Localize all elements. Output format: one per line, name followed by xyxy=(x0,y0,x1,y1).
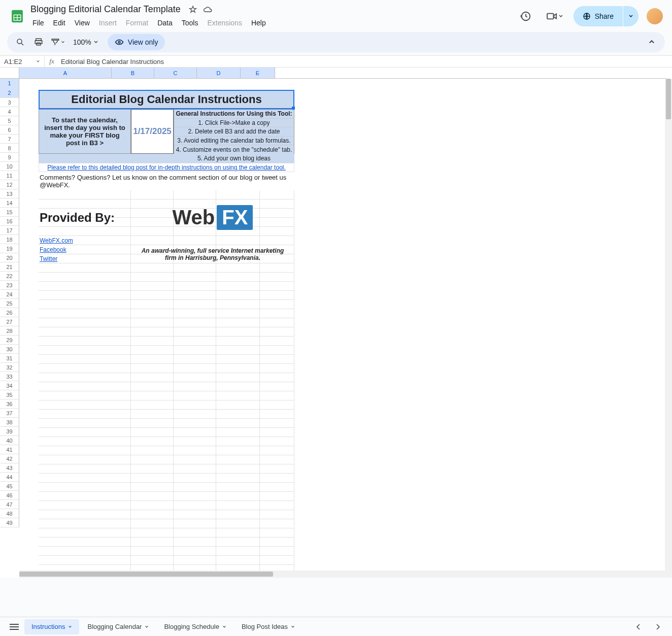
row-header-8[interactable]: 8 xyxy=(0,144,19,153)
menu-help[interactable]: Help xyxy=(247,17,270,29)
row-header-7[interactable]: 7 xyxy=(0,135,19,144)
row-header-23[interactable]: 23 xyxy=(0,281,19,290)
menu-edit[interactable]: Edit xyxy=(49,17,70,29)
menu-file[interactable]: File xyxy=(28,17,48,29)
cell-link-twitter[interactable]: Twitter xyxy=(39,254,131,263)
cell-title[interactable]: Editorial Blog Calendar Instructions xyxy=(39,90,294,109)
collapse-toolbar-icon[interactable] xyxy=(644,34,660,50)
row-header-12[interactable]: 12 xyxy=(0,180,19,189)
document-title[interactable]: Blogging Editorial Calendar Template xyxy=(28,3,183,16)
column-header-E[interactable]: E xyxy=(241,68,275,79)
column-header-C[interactable]: C xyxy=(154,68,197,79)
cloud-icon[interactable] xyxy=(203,5,213,15)
row-header-34[interactable]: 34 xyxy=(0,381,19,390)
row-header-31[interactable]: 31 xyxy=(0,354,19,363)
row-header-39[interactable]: 39 xyxy=(0,427,19,436)
formula-bar[interactable]: Editorial Blog Calendar Instructions xyxy=(59,58,164,65)
cell-link-webfx[interactable]: WebFX.com xyxy=(39,236,131,245)
cell-detail-link[interactable]: Please refer to this detailed blog post … xyxy=(39,163,294,172)
row-header-16[interactable]: 16 xyxy=(0,217,19,226)
row-header-1[interactable]: 1 xyxy=(0,79,19,88)
row-header-10[interactable]: 10 xyxy=(0,162,19,171)
cell-comments[interactable]: Comments? Questions? Let us know on the … xyxy=(39,172,294,190)
row-header-5[interactable]: 5 xyxy=(0,116,19,125)
row-header-48[interactable]: 48 xyxy=(0,509,19,518)
print-icon[interactable] xyxy=(30,34,47,50)
row-header-25[interactable]: 25 xyxy=(0,299,19,308)
row-header-6[interactable]: 6 xyxy=(0,125,19,135)
row-header-24[interactable]: 24 xyxy=(0,290,19,299)
row-header-30[interactable]: 30 xyxy=(0,345,19,354)
sheet-tab-instructions[interactable]: Instructions xyxy=(24,619,79,634)
row-header-13[interactable]: 13 xyxy=(0,189,19,198)
search-icon[interactable] xyxy=(12,34,28,50)
sheet-tab-blogging-calendar[interactable]: Blogging Calendar xyxy=(80,619,156,634)
horizontal-scrollbar[interactable] xyxy=(19,571,665,578)
star-icon[interactable] xyxy=(188,5,198,15)
row-header-29[interactable]: 29 xyxy=(0,336,19,345)
zoom-select[interactable]: 100% xyxy=(69,38,103,46)
row-header-40[interactable]: 40 xyxy=(0,436,19,445)
share-button[interactable]: Share xyxy=(574,6,623,26)
cell-provided-by[interactable]: Provided By: xyxy=(39,199,131,236)
row-header-9[interactable]: 9 xyxy=(0,153,19,162)
row-header-11[interactable]: 11 xyxy=(0,171,19,180)
sheet-nav-left[interactable] xyxy=(629,619,648,634)
row-header-3[interactable]: 3 xyxy=(0,98,19,107)
sheet-nav-right[interactable] xyxy=(649,619,667,634)
row-header-32[interactable]: 32 xyxy=(0,363,19,372)
menu-view[interactable]: View xyxy=(71,17,94,29)
cell-start-instruction[interactable]: To start the calendar, insert the day yo… xyxy=(39,109,131,154)
row-header-21[interactable]: 21 xyxy=(0,262,19,272)
row-header-41[interactable]: 41 xyxy=(0,445,19,454)
menu-data[interactable]: Data xyxy=(153,17,177,29)
spreadsheet-grid[interactable]: ABCDE 1234567891011121314151617181920212… xyxy=(0,68,672,578)
name-box[interactable]: A1:E2 xyxy=(0,56,45,67)
row-header-44[interactable]: 44 xyxy=(0,473,19,482)
row-header-35[interactable]: 35 xyxy=(0,390,19,399)
cell-general-instructions[interactable]: General Instructions for Using this Tool… xyxy=(174,109,294,154)
row-header-28[interactable]: 28 xyxy=(0,326,19,336)
menu-tools[interactable]: Tools xyxy=(178,17,203,29)
row-header-36[interactable]: 36 xyxy=(0,399,19,409)
meet-button[interactable] xyxy=(542,6,567,26)
row-header-20[interactable]: 20 xyxy=(0,253,19,262)
share-dropdown[interactable] xyxy=(623,6,639,26)
cell-date[interactable]: 1/17/2025 xyxy=(131,109,174,154)
row-header-17[interactable]: 17 xyxy=(0,226,19,235)
row-header-4[interactable]: 4 xyxy=(0,107,19,116)
row-header-15[interactable]: 15 xyxy=(0,208,19,217)
cell-logo[interactable]: WebFX xyxy=(131,199,294,236)
vertical-scrollbar[interactable] xyxy=(665,79,672,578)
row-header-26[interactable]: 26 xyxy=(0,308,19,317)
sheet-tab-blogging-schedule[interactable]: Blogging Schedule xyxy=(157,619,233,634)
row-header-43[interactable]: 43 xyxy=(0,463,19,473)
row-header-37[interactable]: 37 xyxy=(0,409,19,418)
row-header-27[interactable]: 27 xyxy=(0,317,19,326)
column-header-A[interactable]: A xyxy=(19,68,112,79)
sheet-tab-blog-post-ideas[interactable]: Blog Post Ideas xyxy=(234,619,302,634)
row-header-33[interactable]: 33 xyxy=(0,372,19,381)
account-avatar[interactable] xyxy=(647,8,663,24)
row-header-2[interactable]: 2 xyxy=(0,88,19,98)
row-header-19[interactable]: 19 xyxy=(0,244,19,253)
filter-icon[interactable] xyxy=(49,34,67,50)
all-sheets-icon[interactable] xyxy=(5,619,23,634)
sheets-logo[interactable] xyxy=(7,6,27,26)
row-header-49[interactable]: 49 xyxy=(0,518,19,527)
cell-tagline[interactable]: An award-winning, full service Internet … xyxy=(131,245,294,263)
column-header-B[interactable]: B xyxy=(112,68,154,79)
history-icon[interactable] xyxy=(516,6,536,26)
select-all-corner[interactable] xyxy=(0,68,19,79)
row-header-42[interactable]: 42 xyxy=(0,454,19,463)
row-header-14[interactable]: 14 xyxy=(0,198,19,208)
row-header-45[interactable]: 45 xyxy=(0,482,19,491)
row-header-38[interactable]: 38 xyxy=(0,418,19,427)
column-header-D[interactable]: D xyxy=(197,68,241,79)
row-header-22[interactable]: 22 xyxy=(0,272,19,281)
cell-link-facebook[interactable]: Facebook xyxy=(39,245,131,254)
cell-general-5[interactable]: 5. Add your own blog ideas xyxy=(174,154,294,163)
row-header-18[interactable]: 18 xyxy=(0,235,19,244)
view-only-indicator[interactable]: View only xyxy=(108,34,165,50)
row-header-46[interactable]: 46 xyxy=(0,491,19,500)
